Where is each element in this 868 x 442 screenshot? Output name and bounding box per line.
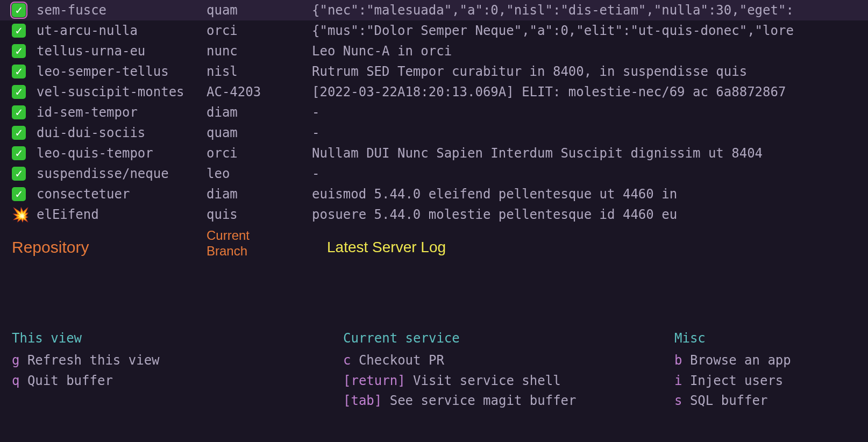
- repo-name: leo-quis-tempor: [37, 143, 207, 163]
- keybinding: b: [674, 353, 682, 368]
- branch-name: quam: [207, 0, 312, 20]
- keybinding: [tab]: [343, 393, 382, 408]
- help-item[interactable]: s SQL buffer: [674, 391, 868, 411]
- help-title: Misc: [674, 328, 868, 348]
- check-icon: ✓: [12, 187, 26, 201]
- check-icon: ✓: [12, 105, 26, 119]
- branch-name: orci: [207, 143, 312, 163]
- branch-name: quis: [207, 204, 312, 225]
- log-message: -: [312, 123, 868, 143]
- help-item[interactable]: [return] Visit service shell: [343, 371, 674, 391]
- log-message: Leo Nunc-A in orci: [312, 41, 868, 61]
- keybinding: s: [674, 393, 682, 408]
- repo-name: sem-fusce: [37, 0, 207, 20]
- column-headers: Repository Current Branch Latest Server …: [0, 228, 868, 260]
- help-label: Browse an app: [682, 353, 791, 368]
- repo-name: id-sem-tempor: [37, 102, 207, 123]
- repo-name: ut-arcu-nulla: [37, 20, 207, 41]
- check-icon: ✓: [12, 167, 26, 181]
- help-item[interactable]: i Inject users: [674, 371, 868, 391]
- branch-name: nunc: [207, 41, 312, 61]
- log-message: -: [312, 102, 868, 123]
- service-table: ✓sem-fuscequam{"nec":"malesuada","a":0,"…: [0, 0, 868, 225]
- repo-name: leo-semper-tellus: [37, 61, 207, 82]
- help-item[interactable]: g Refresh this view: [12, 351, 343, 370]
- table-row[interactable]: ✓dui-dui-sociisquam-: [0, 123, 868, 143]
- help-label: Quit buffer: [19, 373, 112, 388]
- branch-name: orci: [207, 20, 312, 41]
- check-icon: ✓: [12, 146, 26, 160]
- keybinding: [return]: [343, 373, 405, 388]
- header-branch: Current Branch: [207, 228, 312, 259]
- header-log: Latest Server Log: [312, 228, 868, 260]
- branch-name: nisl: [207, 61, 312, 82]
- help-title: This view: [12, 328, 343, 348]
- log-message: {"mus":"Dolor Semper Neque","a":0,"elit"…: [312, 20, 868, 41]
- log-message: [2022-03-22A18:20:13.069A] ELIT: molesti…: [312, 82, 868, 102]
- branch-name: diam: [207, 102, 312, 123]
- collision-icon: 💥: [12, 208, 29, 222]
- help-panel: This view g Refresh this viewq Quit buff…: [0, 328, 868, 411]
- help-label: SQL buffer: [682, 393, 767, 408]
- help-col-misc: Misc b Browse an appi Inject userss SQL …: [674, 328, 868, 411]
- log-message: -: [312, 163, 868, 184]
- check-icon: ✓: [12, 126, 26, 140]
- log-message: euismod 5.44.0 eleifend pellentesque ut …: [312, 184, 868, 204]
- keybinding: q: [12, 373, 19, 388]
- help-item[interactable]: c Checkout PR: [343, 351, 674, 370]
- table-row[interactable]: ✓vel-suscipit-montesAC-4203[2022-03-22A1…: [0, 82, 868, 102]
- check-icon: ✓: [12, 3, 26, 17]
- table-row[interactable]: ✓id-sem-tempordiam-: [0, 102, 868, 123]
- help-label: Checkout PR: [351, 353, 444, 368]
- table-row[interactable]: 💥elEifendquisposuere 5.44.0 molestie pel…: [0, 204, 868, 225]
- log-message: Rutrum SED Tempor curabitur in 8400, in …: [312, 61, 868, 82]
- help-item[interactable]: q Quit buffer: [12, 371, 343, 391]
- help-col-view: This view g Refresh this viewq Quit buff…: [12, 328, 343, 411]
- repo-name: suspendisse/neque: [37, 163, 207, 184]
- repo-name: dui-dui-sociis: [37, 123, 207, 143]
- help-item[interactable]: [tab] See service magit buffer: [343, 391, 674, 411]
- branch-name: diam: [207, 184, 312, 204]
- table-row[interactable]: ✓leo-semper-tellusnislRutrum SED Tempor …: [0, 61, 868, 82]
- table-row[interactable]: ✓consectetuerdiameuismod 5.44.0 eleifend…: [0, 184, 868, 204]
- log-message: posuere 5.44.0 molestie pellentesque id …: [312, 204, 868, 225]
- help-col-service: Current service c Checkout PR[return] Vi…: [343, 328, 674, 411]
- header-repository: Repository: [12, 228, 207, 260]
- table-row[interactable]: ✓suspendisse/nequeleo-: [0, 163, 868, 184]
- help-item[interactable]: b Browse an app: [674, 351, 868, 370]
- table-row[interactable]: ✓tellus-urna-eununcLeo Nunc-A in orci: [0, 41, 868, 61]
- repo-name: elEifend: [37, 204, 207, 225]
- check-icon: ✓: [12, 24, 26, 38]
- repo-name: consectetuer: [37, 184, 207, 204]
- log-message: {"nec":"malesuada","a":0,"nisl":"dis-eti…: [312, 0, 868, 20]
- keybinding: i: [674, 373, 682, 388]
- branch-name: AC-4203: [207, 82, 312, 102]
- log-message: Nullam DUI Nunc Sapien Interdum Suscipit…: [312, 143, 868, 163]
- keybinding: c: [343, 353, 351, 368]
- repo-name: vel-suscipit-montes: [37, 82, 207, 102]
- help-label: Refresh this view: [19, 353, 159, 368]
- check-icon: ✓: [12, 85, 26, 99]
- keybinding: g: [12, 353, 19, 368]
- check-icon: ✓: [12, 44, 26, 58]
- table-row[interactable]: ✓sem-fuscequam{"nec":"malesuada","a":0,"…: [0, 0, 868, 20]
- table-row[interactable]: ✓leo-quis-tempororciNullam DUI Nunc Sapi…: [0, 143, 868, 163]
- help-label: Inject users: [682, 373, 783, 388]
- help-title: Current service: [343, 328, 674, 348]
- branch-name: leo: [207, 163, 312, 184]
- check-icon: ✓: [12, 65, 26, 79]
- table-row[interactable]: ✓ut-arcu-nullaorci{"mus":"Dolor Semper N…: [0, 20, 868, 41]
- repo-name: tellus-urna-eu: [37, 41, 207, 61]
- help-label: See service magit buffer: [382, 393, 576, 408]
- branch-name: quam: [207, 123, 312, 143]
- help-label: Visit service shell: [405, 373, 561, 388]
